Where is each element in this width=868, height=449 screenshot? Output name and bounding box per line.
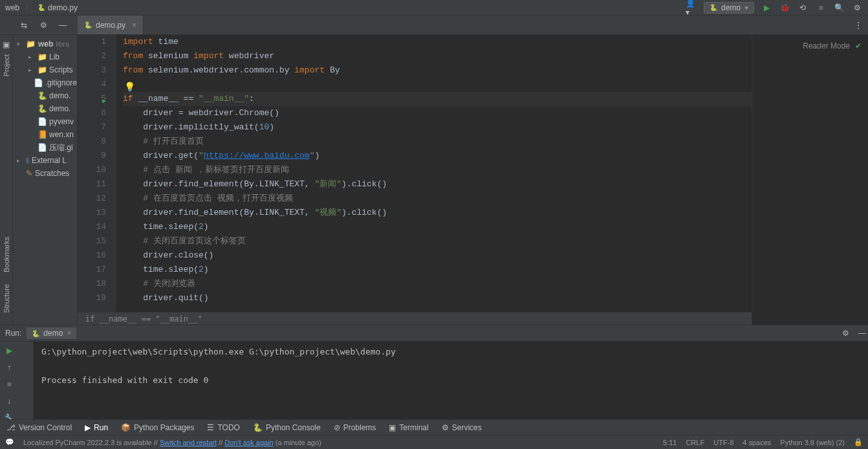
lock-icon[interactable]: 🔒	[854, 438, 863, 446]
run-button[interactable]: ▶	[761, 2, 772, 14]
gutter[interactable]: 12345▶678910111213141516171819	[78, 35, 116, 312]
chevron-down-icon: ▾	[744, 3, 748, 12]
tab-todo[interactable]: ☰ TODO	[207, 423, 239, 432]
tree-external[interactable]: ▸ ⫴ External L	[13, 154, 77, 167]
tree-item[interactable]: 🐍demo.	[13, 102, 77, 115]
output-line: G:\python_project\web\Scripts\python.exe…	[41, 347, 860, 361]
line-separator[interactable]: CRLF	[686, 439, 704, 446]
select-opened-file-icon[interactable]: ⇆	[18, 19, 30, 31]
tree-item[interactable]: 📄.gitignore	[13, 76, 77, 89]
folder-icon: 📁	[26, 39, 36, 49]
run-config-selector[interactable]: 🐍 demo ▾	[704, 2, 754, 14]
packages-icon: 📦	[121, 423, 131, 432]
tree-item[interactable]: ▸📁Lib	[13, 50, 77, 63]
run-tab-demo[interactable]: 🐍 demo ×	[27, 327, 76, 339]
console-icon: 🐍	[253, 423, 263, 432]
rail-bookmarks[interactable]: Bookmarks	[3, 237, 10, 272]
tree-item[interactable]: 📙wen.xn	[13, 128, 77, 141]
tree-root-path: libra	[56, 40, 69, 48]
encoding[interactable]: UTF-8	[713, 439, 733, 446]
tree-item-label: 压缩.gi	[49, 142, 73, 153]
python-config-icon: 🐍	[710, 4, 717, 11]
breadcrumb-file[interactable]: demo.py	[48, 3, 78, 12]
tree-item-label: demo.	[49, 104, 71, 113]
project-tree: ▾ 📁 web libra ▸📁Lib▸📁Scripts📄.gitignore🐍…	[13, 35, 78, 325]
user-icon[interactable]: 👤▾	[686, 2, 697, 14]
vcs-icon: ⎇	[6, 423, 16, 432]
switch-restart-link[interactable]: Switch and restart	[160, 439, 217, 446]
settings-icon[interactable]: ⚙	[851, 2, 863, 14]
output-line: Process finished with exit code 0	[41, 375, 860, 389]
editor-tab-label: demo.py	[96, 21, 125, 30]
project-settings-icon[interactable]: ⚙	[38, 19, 49, 31]
close-tab-icon[interactable]: ×	[132, 21, 136, 30]
tree-root-label: web	[38, 39, 53, 49]
run-gutter-icon[interactable]: ▶	[102, 94, 106, 109]
rail-structure[interactable]: Structure	[3, 284, 10, 313]
tree-item[interactable]: ▸📁Scripts	[13, 63, 77, 76]
tab-services[interactable]: ⚙ Services	[442, 423, 482, 432]
tree-item-label: demo.	[49, 91, 71, 100]
run-settings-icon[interactable]: ⚙	[840, 327, 851, 339]
search-icon[interactable]: 🔍	[833, 2, 845, 14]
tab-python-console[interactable]: 🐍 Python Console	[253, 423, 321, 432]
chevron-right-icon: 〉	[25, 2, 32, 13]
close-tab-icon[interactable]: ×	[67, 329, 71, 338]
breadcrumb-root[interactable]: web	[5, 3, 19, 12]
inspection-ok-icon[interactable]: ✔	[855, 41, 862, 50]
tab-python-packages[interactable]: 📦 Python Packages	[121, 423, 194, 432]
scroll-down-icon[interactable]: ↓	[3, 395, 16, 408]
tree-item[interactable]: 🐍demo.	[13, 89, 77, 102]
project-tool-icon[interactable]: ▣	[3, 40, 10, 49]
stop-button[interactable]: ■	[3, 378, 16, 391]
output-line	[41, 389, 860, 404]
tab-problems[interactable]: ⊘ Problems	[334, 423, 376, 432]
tab-run[interactable]: ▶ Run	[85, 423, 108, 432]
tree-root[interactable]: ▾ 📁 web libra	[13, 38, 77, 50]
file-icon: 🐍	[38, 91, 47, 100]
coverage-button[interactable]: ⟲	[797, 2, 808, 14]
editor-more-icon[interactable]: ⋮	[852, 19, 864, 31]
todo-icon: ☰	[207, 423, 214, 432]
file-icon: 📄	[38, 143, 47, 152]
interpreter[interactable]: Python 3.8 (web) (2)	[780, 439, 845, 446]
run-tab-label: demo	[43, 329, 63, 338]
python-file-icon: 🐍	[38, 4, 45, 11]
dont-ask-link[interactable]: Don't ask again	[224, 439, 273, 446]
run-icon: ▶	[85, 423, 91, 432]
rail-project[interactable]: Project	[3, 54, 10, 76]
debug-button[interactable]: 🐞	[779, 2, 790, 14]
tree-item-label: Scripts	[49, 65, 73, 74]
run-hide-icon[interactable]: —	[856, 327, 868, 339]
tree-external-label: External L	[32, 156, 67, 165]
editor-tab-demo[interactable]: 🐍 demo.py ×	[78, 16, 144, 34]
tree-item[interactable]: 📄压缩.gi	[13, 141, 77, 154]
stop-button[interactable]: ■	[815, 2, 827, 14]
tree-item-label: Lib	[49, 52, 60, 61]
file-icon: 📄	[38, 117, 47, 126]
file-icon: 📄	[34, 78, 43, 87]
top-right-actions: 👤▾ 🐍 demo ▾ ▶ 🐞 ⟲ ■ 🔍 ⚙	[686, 2, 863, 14]
project-tool-buttons: ⇆ ⚙ —	[0, 19, 78, 31]
reader-mode-label[interactable]: Reader Mode	[803, 41, 850, 50]
problems-icon: ⊘	[334, 423, 340, 432]
tree-item[interactable]: 📄pyvenv	[13, 115, 77, 128]
file-icon: 🐍	[38, 104, 47, 113]
tree-scratches[interactable]: ✎ Scratches	[13, 167, 77, 180]
collapse-icon[interactable]: —	[57, 19, 69, 31]
left-tool-rail: ▣ Project Bookmarks Structure	[0, 35, 13, 325]
tab-terminal[interactable]: ▣ Terminal	[389, 423, 428, 432]
arrow-right-icon: ▸	[17, 157, 23, 164]
rerun-button[interactable]: ▶	[3, 344, 16, 357]
notification-icon[interactable]: 💬	[5, 438, 14, 446]
tab-version-control[interactable]: ⎇ Version Control	[6, 423, 72, 432]
arrow-icon: ▸	[28, 67, 35, 73]
intention-bulb-icon[interactable]: 💡	[124, 80, 135, 94]
scroll-up-icon[interactable]: ↑	[3, 361, 16, 374]
run-output[interactable]: G:\python_project\web\Scripts\python.exe…	[34, 342, 868, 419]
file-icon: 📙	[38, 130, 47, 139]
caret-position[interactable]: 5:11	[663, 439, 677, 446]
indent-setting[interactable]: 4 spaces	[743, 439, 771, 446]
arrow-icon: ▸	[28, 54, 35, 60]
status-bar: 💬 Localized PyCharm 2022.2.3 is availabl…	[0, 435, 868, 449]
